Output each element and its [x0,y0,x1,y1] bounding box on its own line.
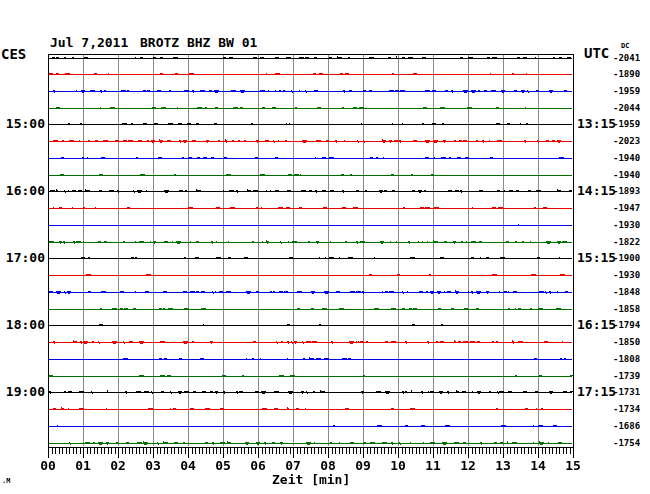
dc-value: -2023 [613,136,650,146]
utc-hour-label: 15:15 [577,250,616,265]
helicorder-plot-canvas [48,54,574,464]
dc-value: -1890 [613,69,650,79]
helicorder-page: Jul 7,2011 BROTZ BHZ BW 01 CES UTC DC 15… [0,0,650,494]
cest-hour-label: 16:00 [0,183,45,198]
cursor-artifact: .M [2,477,10,485]
utc-hour-label: 17:15 [577,384,616,399]
x-tick-label: 14 [523,458,553,473]
x-tick-label: 04 [173,458,203,473]
x-tick-label: 01 [68,458,98,473]
dc-value: -1930 [613,270,650,280]
x-tick-label: 02 [103,458,133,473]
dc-value: -1930 [613,220,650,230]
x-tick-label: 11 [418,458,448,473]
dc-value: -1959 [613,86,650,96]
dc-value: -1754 [613,438,650,448]
cest-hour-label: 17:00 [0,250,45,265]
dc-value: -1848 [613,287,650,297]
dc-value: -1850 [613,337,650,347]
dc-value: -1940 [613,170,650,180]
dc-value: -1731 [613,387,650,397]
x-tick-label: 03 [138,458,168,473]
x-tick-label: 00 [33,458,63,473]
dc-value: -1739 [613,371,650,381]
left-timezone-label: CES [1,46,26,62]
dc-value: -1959 [613,119,650,129]
dc-offset-label: DC [621,42,629,50]
x-tick-label: 05 [208,458,238,473]
cest-hour-label: 19:00 [0,384,45,399]
dc-value: -1822 [613,237,650,247]
dc-value: -1893 [613,186,650,196]
x-tick-label: 13 [488,458,518,473]
dc-value: -1686 [613,421,650,431]
header-station: BROTZ BHZ BW 01 [140,35,257,50]
x-tick-label: 06 [243,458,273,473]
utc-hour-label: 16:15 [577,317,616,332]
dc-value: -2044 [613,103,650,113]
dc-value: -1858 [613,304,650,314]
x-tick-label: 10 [383,458,413,473]
x-axis-title: Zeit [min] [272,472,350,487]
cest-hour-label: 15:00 [0,116,45,131]
x-tick-label: 09 [348,458,378,473]
header-date: Jul 7,2011 [50,35,128,50]
utc-hour-label: 13:15 [577,116,616,131]
dc-value: -1794 [613,320,650,330]
right-timezone-label: UTC [584,45,609,61]
x-tick-label: 08 [313,458,343,473]
dc-value: -1734 [613,404,650,414]
dc-value: -1940 [613,153,650,163]
utc-hour-label: 14:15 [577,183,616,198]
x-tick-label: 12 [453,458,483,473]
x-tick-label: 07 [278,458,308,473]
dc-value: -1947 [613,203,650,213]
x-tick-label: 15 [558,458,588,473]
dc-value: -2041 [613,53,650,63]
cest-hour-label: 18:00 [0,317,45,332]
dc-value: -1900 [613,253,650,263]
dc-value: -1808 [613,354,650,364]
